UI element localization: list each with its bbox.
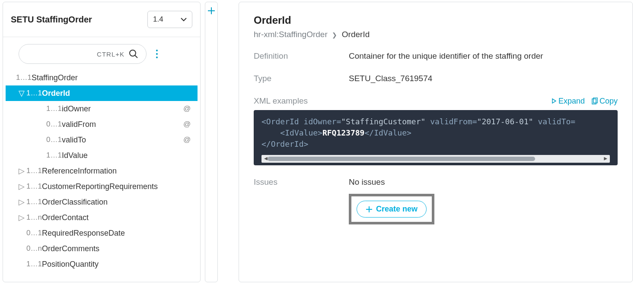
definition-value: Container for the unique identifier of t… bbox=[349, 51, 543, 61]
type-label: Type bbox=[254, 74, 349, 83]
svg-point-0 bbox=[130, 50, 136, 56]
tree-node-label: RequiredResponseDate bbox=[42, 229, 193, 238]
tree-node-StaffingOrder[interactable]: 1…1StaffingOrder bbox=[6, 70, 198, 85]
tree-node-OrderClassification[interactable]: ▷1…1OrderClassification bbox=[6, 194, 198, 210]
cardinality: 1…1 bbox=[26, 260, 42, 268]
issues-label: Issues bbox=[254, 177, 349, 224]
tree-node-OrderContact[interactable]: ▷1…nOrderContact bbox=[6, 210, 198, 225]
cardinality: 0…1 bbox=[46, 120, 62, 129]
tree-caret-icon[interactable]: ▷ bbox=[17, 197, 26, 207]
attribute-marker-icon: @ bbox=[183, 120, 193, 129]
type-row: Type SETU_Class_7619574 bbox=[254, 74, 618, 83]
tree-node-RequiredResponseDate[interactable]: 0…1RequiredResponseDate bbox=[6, 225, 198, 241]
tree-node-label: OrderComments bbox=[42, 244, 193, 253]
svg-point-2 bbox=[156, 50, 158, 51]
schema-tree: 1…1StaffingOrder▽1…1OrderId1…1idOwner@0…… bbox=[3, 68, 200, 282]
version-value: 1.4 bbox=[153, 15, 163, 24]
definition-label: Definition bbox=[254, 51, 349, 61]
breadcrumb-current: OrderId bbox=[342, 30, 370, 39]
search-icon bbox=[129, 49, 138, 59]
tree-caret-icon[interactable]: ▷ bbox=[17, 182, 26, 191]
breadcrumb: hr-xml:StaffingOrder ❯ OrderId bbox=[254, 30, 618, 39]
tree-node-label: CustomerReportingRequirements bbox=[42, 182, 193, 191]
svg-point-3 bbox=[156, 53, 158, 55]
cardinality: 1…1 bbox=[26, 167, 42, 175]
more-menu-button[interactable] bbox=[150, 47, 164, 61]
plus-icon bbox=[366, 206, 373, 213]
cardinality: 1…1 bbox=[26, 89, 42, 98]
scroll-right-icon: ▶ bbox=[604, 155, 607, 163]
tree-node-label: StaffingOrder bbox=[32, 73, 193, 82]
sidebar-header: SETU StaffingOrder 1.4 bbox=[3, 2, 200, 37]
breadcrumb-root[interactable]: hr-xml:StaffingOrder bbox=[254, 30, 328, 39]
expand-icon bbox=[552, 98, 557, 104]
create-new-button[interactable]: Create new bbox=[357, 201, 427, 218]
chevron-right-icon: ❯ bbox=[332, 32, 337, 38]
tree-caret-icon[interactable]: ▷ bbox=[17, 166, 26, 176]
search-row: CTRL+K bbox=[3, 37, 200, 68]
copy-button[interactable]: Copy bbox=[592, 97, 618, 106]
cardinality: 1…n bbox=[26, 213, 42, 222]
sidebar-title: SETU StaffingOrder bbox=[11, 15, 147, 25]
tree-node-IdValue[interactable]: 1…1IdValue bbox=[6, 148, 198, 163]
tree-node-ReferenceInformation[interactable]: ▷1…1ReferenceInformation bbox=[6, 163, 198, 179]
tree-node-CustomerReportingRequirements[interactable]: ▷1…1CustomerReportingRequirements bbox=[6, 179, 198, 194]
add-panel-strip[interactable] bbox=[205, 2, 218, 282]
tree-node-PositionQuantity[interactable]: 1…1PositionQuantity bbox=[6, 256, 198, 272]
plus-icon bbox=[207, 6, 216, 15]
scroll-left-icon: ◀ bbox=[264, 155, 268, 163]
tree-node-label: IdValue bbox=[62, 151, 193, 160]
definition-row: Definition Container for the unique iden… bbox=[254, 51, 618, 61]
tree-node-label: OrderClassification bbox=[42, 198, 193, 207]
page-title: OrderId bbox=[254, 14, 618, 26]
xml-code[interactable]: <OrderId idOwner="StaffingCustomer" vali… bbox=[261, 116, 610, 150]
tree-node-validFrom[interactable]: 0…1validFrom@ bbox=[6, 117, 198, 132]
issues-row: Issues No issues Create new bbox=[254, 177, 618, 224]
cardinality: 0…1 bbox=[46, 136, 62, 144]
svg-point-4 bbox=[156, 57, 158, 58]
tree-node-label: idOwner bbox=[62, 104, 183, 114]
tree-node-label: OrderContact bbox=[42, 213, 193, 222]
xml-examples-label: XML examples bbox=[254, 96, 545, 106]
xml-examples-header: XML examples Expand Copy bbox=[254, 96, 618, 106]
tree-node-idOwner[interactable]: 1…1idOwner@ bbox=[6, 101, 198, 117]
create-new-annotation: Create new bbox=[349, 194, 434, 224]
tree-node-OrderId[interactable]: ▽1…1OrderId bbox=[6, 85, 198, 101]
scrollbar-thumb[interactable] bbox=[268, 157, 535, 161]
tree-caret-icon[interactable]: ▷ bbox=[17, 213, 26, 222]
cardinality: 1…1 bbox=[46, 104, 62, 113]
copy-icon bbox=[592, 98, 598, 104]
tree-node-validTo[interactable]: 0…1validTo@ bbox=[6, 132, 198, 148]
tree-node-OrderComments[interactable]: 0…nOrderComments bbox=[6, 241, 198, 256]
cardinality: 1…1 bbox=[26, 182, 42, 191]
cardinality: 0…1 bbox=[26, 229, 42, 237]
code-horizontal-scrollbar[interactable]: ◀ ▶ bbox=[261, 155, 610, 163]
cardinality: 1…1 bbox=[46, 151, 62, 160]
tree-node-label: validTo bbox=[62, 136, 183, 145]
chevron-down-icon bbox=[181, 17, 187, 22]
svg-line-1 bbox=[135, 55, 137, 58]
xml-code-block: <OrderId idOwner="StaffingCustomer" vali… bbox=[254, 110, 618, 165]
tree-caret-icon[interactable]: ▽ bbox=[17, 88, 26, 98]
search-shortcut: CTRL+K bbox=[97, 50, 124, 58]
version-select[interactable]: 1.4 bbox=[147, 11, 192, 28]
tree-node-label: validFrom bbox=[62, 120, 183, 129]
cardinality: 1…1 bbox=[26, 198, 42, 206]
tree-node-label: OrderId bbox=[42, 89, 193, 98]
attribute-marker-icon: @ bbox=[183, 104, 193, 113]
expand-button[interactable]: Expand bbox=[552, 97, 585, 106]
detail-panel: OrderId hr-xml:StaffingOrder ❯ OrderId D… bbox=[239, 2, 633, 282]
cardinality: 0…n bbox=[26, 244, 42, 253]
search-input[interactable]: CTRL+K bbox=[19, 44, 147, 64]
cardinality: 1…1 bbox=[16, 73, 32, 82]
tree-node-label: PositionQuantity bbox=[42, 260, 193, 269]
issues-value: No issues bbox=[349, 177, 434, 187]
tree-node-label: ReferenceInformation bbox=[42, 167, 193, 176]
sidebar: SETU StaffingOrder 1.4 CTRL+K 1…1Staffin… bbox=[3, 2, 201, 282]
type-value: SETU_Class_7619574 bbox=[349, 74, 432, 83]
attribute-marker-icon: @ bbox=[183, 136, 193, 144]
